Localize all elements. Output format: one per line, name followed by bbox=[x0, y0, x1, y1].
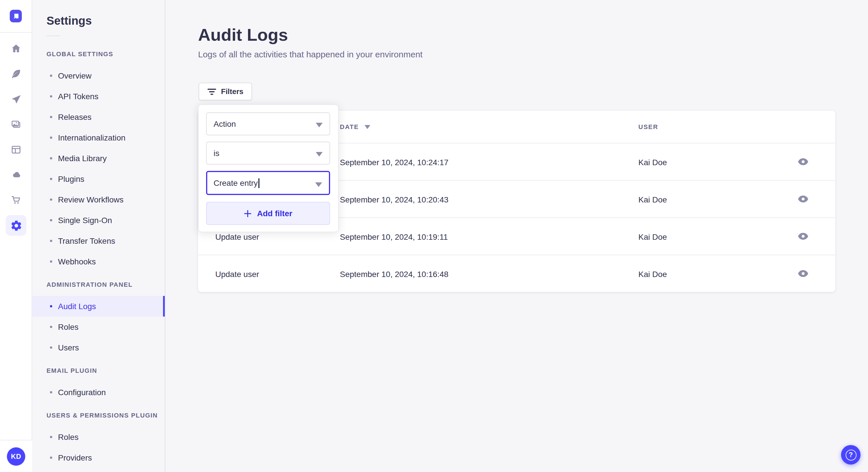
sort-descending-icon bbox=[365, 125, 370, 129]
section-label: EMAIL PLUGIN bbox=[46, 367, 158, 374]
sidebar-item-label: Webhooks bbox=[58, 257, 96, 266]
cell-date: September 10, 2024, 10:24:17 bbox=[340, 143, 448, 181]
avatar[interactable]: KD bbox=[7, 447, 25, 465]
cell-user: Kai Doe bbox=[639, 143, 667, 181]
view-details-button[interactable] bbox=[795, 154, 811, 170]
view-details-button[interactable] bbox=[795, 266, 811, 281]
bullet-icon bbox=[50, 116, 52, 118]
cell-date: September 10, 2024, 10:20:43 bbox=[340, 181, 448, 218]
help-button[interactable]: ? bbox=[841, 445, 861, 465]
sidebar-item-email-configuration[interactable]: Configuration bbox=[32, 382, 165, 403]
cell-user: Kai Doe bbox=[639, 218, 667, 255]
bullet-icon bbox=[50, 95, 52, 98]
eye-icon bbox=[798, 158, 808, 165]
bullet-icon bbox=[50, 198, 52, 201]
sidebar-item-media-library[interactable]: Media Library bbox=[32, 148, 165, 169]
cell-user: Kai Doe bbox=[639, 255, 667, 293]
section-users-permissions-plugin: USERS & PERMISSIONS PLUGIN Roles Provide… bbox=[32, 412, 165, 468]
section-label: USERS & PERMISSIONS PLUGIN bbox=[46, 412, 158, 419]
text-cursor bbox=[258, 178, 259, 188]
gear-icon[interactable] bbox=[6, 215, 26, 236]
section-administration-panel: ADMINISTRATION PANEL Audit Logs Roles Us… bbox=[32, 281, 165, 358]
sidebar-item-label: Users bbox=[58, 343, 79, 352]
logo-area bbox=[0, 0, 32, 33]
filter-operator-value: is bbox=[214, 148, 219, 158]
sidebar-item-releases[interactable]: Releases bbox=[32, 107, 165, 127]
sidebar-item-review-workflows[interactable]: Review Workflows bbox=[32, 189, 165, 210]
sidenav-divider bbox=[46, 36, 60, 36]
cell-user: Kai Doe bbox=[639, 181, 667, 218]
plus-icon bbox=[244, 210, 251, 217]
strapi-logo-icon[interactable] bbox=[10, 10, 22, 22]
add-filter-label: Add filter bbox=[257, 209, 292, 218]
sidebar-item-label: Plugins bbox=[58, 174, 84, 183]
bullet-icon bbox=[50, 436, 52, 438]
sidebar-item-label: API Tokens bbox=[58, 92, 98, 101]
filter-icon bbox=[207, 88, 216, 95]
sidebar-item-overview[interactable]: Overview bbox=[32, 65, 165, 86]
add-filter-button[interactable]: Add filter bbox=[206, 202, 330, 225]
bullet-icon bbox=[50, 346, 52, 349]
media-library-icon[interactable] bbox=[7, 115, 25, 134]
sidebar-item-audit-logs[interactable]: Audit Logs bbox=[32, 296, 165, 316]
column-header-user: USER bbox=[639, 111, 658, 143]
sidebar-item-admin-roles[interactable]: Roles bbox=[32, 316, 165, 337]
paper-plane-icon[interactable] bbox=[7, 90, 25, 108]
cart-icon[interactable] bbox=[7, 191, 25, 209]
bullet-icon bbox=[50, 457, 52, 459]
sidebar-item-label: Releases bbox=[58, 112, 92, 122]
sidebar-item-admin-users[interactable]: Users bbox=[32, 337, 165, 358]
sidenav-title: Settings bbox=[46, 15, 156, 26]
column-header-date[interactable]: DATE bbox=[340, 111, 370, 143]
sidebar-item-label: Providers bbox=[58, 453, 92, 462]
section-label: ADMINISTRATION PANEL bbox=[46, 281, 158, 288]
filter-value-input[interactable]: Create entry bbox=[206, 171, 330, 195]
filter-operator-select[interactable]: is bbox=[206, 142, 330, 165]
sidebar-item-plugins[interactable]: Plugins bbox=[32, 169, 165, 189]
sidebar-item-single-sign-on[interactable]: Single Sign-On bbox=[32, 210, 165, 231]
sidebar-item-internationalization[interactable]: Internationalization bbox=[32, 127, 165, 148]
sidebar-item-api-tokens[interactable]: API Tokens bbox=[32, 86, 165, 107]
layout-icon[interactable] bbox=[7, 140, 25, 159]
cell-date: September 10, 2024, 10:16:48 bbox=[340, 255, 448, 293]
sidebar-item-up-providers[interactable]: Providers bbox=[32, 447, 165, 468]
app-window: KD Settings GLOBAL SETTINGS Overview API… bbox=[0, 0, 868, 472]
eye-icon bbox=[798, 233, 808, 240]
bullet-icon bbox=[50, 391, 52, 394]
bullet-icon bbox=[50, 136, 52, 139]
rail-footer: KD bbox=[0, 440, 32, 472]
eye-icon bbox=[798, 196, 808, 202]
page-title: Audit Logs bbox=[198, 25, 288, 45]
sidebar-item-webhooks[interactable]: Webhooks bbox=[32, 251, 165, 272]
sidebar-item-transfer-tokens[interactable]: Transfer Tokens bbox=[32, 231, 165, 251]
home-icon[interactable] bbox=[7, 40, 25, 58]
view-details-button[interactable] bbox=[795, 228, 811, 244]
sidebar-item-label: Configuration bbox=[58, 388, 106, 397]
filter-field-select[interactable]: Action bbox=[206, 112, 330, 135]
chevron-down-icon bbox=[315, 182, 322, 187]
section-email-plugin: EMAIL PLUGIN Configuration bbox=[32, 367, 165, 403]
section-global-settings: GLOBAL SETTINGS Overview API Tokens Rele… bbox=[32, 50, 165, 272]
filters-button-label: Filters bbox=[221, 87, 243, 96]
filter-popover: Action is Create entry Add filter bbox=[198, 104, 339, 232]
bullet-icon bbox=[50, 219, 52, 222]
sidebar-item-label: Transfer Tokens bbox=[58, 236, 115, 245]
sidebar-item-label: Overview bbox=[58, 71, 92, 80]
cloud-icon[interactable] bbox=[7, 166, 25, 184]
chevron-down-icon bbox=[316, 152, 322, 157]
icon-rail: KD bbox=[0, 0, 32, 472]
question-mark-icon: ? bbox=[845, 449, 856, 460]
cell-date: September 10, 2024, 10:19:11 bbox=[340, 218, 448, 255]
sidebar-item-up-roles[interactable]: Roles bbox=[32, 427, 165, 447]
bullet-icon bbox=[50, 157, 52, 160]
filters-button[interactable]: Filters bbox=[198, 82, 252, 100]
sidebar-item-label: Internationalization bbox=[58, 133, 125, 142]
table-row: Update user September 10, 2024, 10:16:48… bbox=[198, 255, 835, 292]
chevron-down-icon bbox=[316, 123, 322, 127]
sidebar-item-label: Review Workflows bbox=[58, 195, 123, 204]
view-details-button[interactable] bbox=[795, 191, 811, 207]
feather-icon[interactable] bbox=[7, 65, 25, 83]
sidebar-item-label: Roles bbox=[58, 432, 79, 442]
eye-icon bbox=[798, 270, 808, 277]
filter-value-text: Create entry bbox=[214, 178, 258, 188]
